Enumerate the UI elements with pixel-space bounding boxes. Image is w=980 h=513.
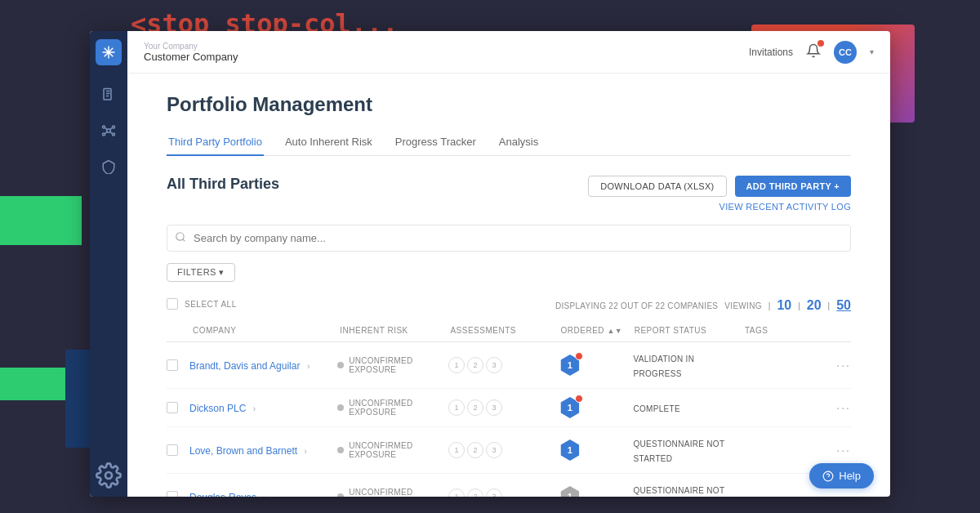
assess-badge-5[interactable]: 2 — [467, 399, 483, 416]
table-row: Brandt, Davis and Aguilar › UNCONFIRMEDE… — [167, 342, 851, 389]
tab-progress-tracker[interactable]: Progress Tracker — [394, 129, 478, 156]
ordered-hex-4: 1 — [559, 486, 581, 497]
assess-badge-6[interactable]: 3 — [486, 399, 502, 416]
assess-badge-3[interactable]: 3 — [486, 357, 502, 373]
svg-point-10 — [105, 472, 112, 479]
ordered-cell-3: 1 — [559, 439, 634, 461]
add-third-party-button[interactable]: ADD THIRD PARTY + — [735, 176, 851, 197]
row-checkbox-4[interactable] — [167, 491, 189, 497]
view-activity-link[interactable]: VIEW RECENT ACTIVITY LOG — [719, 202, 851, 212]
help-label: Help — [839, 470, 861, 482]
row-checkbox-1[interactable] — [167, 359, 189, 371]
company-name-link-2[interactable]: Dickson PLC — [189, 403, 246, 414]
assess-badge-11[interactable]: 2 — [467, 488, 483, 497]
risk-label-4: UNCONFIRMEDEXPOSURE — [349, 488, 412, 497]
more-actions-3[interactable]: ··· — [836, 444, 851, 457]
inherent-risk-cell-2: UNCONFIRMEDEXPOSURE — [337, 399, 448, 417]
sidebar-item-documents[interactable] — [96, 82, 122, 108]
sidebar-settings[interactable] — [96, 462, 122, 488]
svg-point-4 — [103, 133, 105, 136]
actions-cell-2[interactable]: ··· — [818, 400, 851, 415]
sidebar-item-shield[interactable] — [96, 154, 122, 180]
actions-cell-3[interactable]: ··· — [818, 443, 851, 457]
row-checkbox-3[interactable] — [167, 444, 189, 456]
col-ordered-header[interactable]: ORDERED ▲▼ — [561, 326, 635, 335]
more-actions-4[interactable]: ··· — [836, 490, 851, 497]
avatar-chevron-icon[interactable]: ▾ — [870, 47, 874, 56]
assessments-cell-1: 1 2 3 — [448, 357, 559, 373]
select-all-label: SELECT ALL — [185, 300, 237, 309]
viewing-divider-3: | — [828, 301, 831, 310]
invitations-link[interactable]: Invitations — [749, 47, 793, 58]
table-body: Brandt, Davis and Aguilar › UNCONFIRMEDE… — [167, 342, 851, 497]
risk-dot-4 — [337, 493, 344, 497]
actions-cell-4[interactable]: ··· — [818, 489, 851, 497]
search-icon — [175, 231, 186, 246]
risk-label-1: UNCONFIRMEDEXPOSURE — [349, 356, 412, 374]
help-button[interactable]: Help — [809, 463, 874, 488]
inherent-risk-cell-3: UNCONFIRMEDEXPOSURE — [337, 441, 448, 459]
assess-badge-2[interactable]: 2 — [467, 357, 483, 373]
ordered-cell-1: 1 — [559, 355, 634, 376]
tab-auto-inherent-risk[interactable]: Auto Inherent Risk — [283, 129, 374, 156]
more-actions-1[interactable]: ··· — [836, 359, 851, 372]
company-arrow-2: › — [253, 404, 256, 413]
viewing-20[interactable]: 20 — [807, 298, 822, 313]
assess-badge-4[interactable]: 1 — [448, 399, 465, 416]
assess-badge-12[interactable]: 3 — [486, 488, 502, 497]
company-arrow-3: › — [305, 447, 307, 456]
company-name: Customer Company — [144, 51, 749, 63]
sidebar-logo[interactable] — [96, 39, 122, 65]
risk-dot-3 — [337, 447, 344, 453]
section-title: All Third Parties — [167, 176, 588, 193]
col-inherent-header: INHERENT RISK — [340, 326, 450, 335]
tab-third-party-portfolio[interactable]: Third Party Portfolio — [167, 129, 264, 156]
risk-label-2: UNCONFIRMEDEXPOSURE — [349, 399, 412, 417]
download-data-button[interactable]: DOWNLOAD DATA (XLSX) — [588, 176, 726, 197]
col-company-header: COMPANY — [189, 326, 340, 335]
company-name-link-4[interactable]: Douglas-Reyes — [189, 492, 256, 497]
report-status-cell-2: COMPLETE — [634, 400, 745, 415]
row-checkbox-2[interactable] — [167, 402, 189, 413]
tab-analysis[interactable]: Analysis — [497, 129, 540, 156]
company-name-link-1[interactable]: Brandt, Davis and Aguilar — [189, 360, 300, 372]
assess-badge-9[interactable]: 3 — [486, 442, 502, 458]
viewing-50[interactable]: 50 — [836, 298, 851, 313]
user-avatar[interactable]: CC — [834, 41, 857, 64]
svg-line-6 — [105, 127, 108, 130]
assess-badge-7[interactable]: 1 — [448, 442, 465, 458]
ordered-cell-2: 1 — [559, 397, 634, 418]
displaying-text: DISPLAYING 22 OUT OF 22 COMPANIES — [555, 301, 718, 310]
svg-line-7 — [110, 127, 113, 130]
risk-dot-2 — [337, 404, 344, 411]
assessments-cell-2: 1 2 3 — [448, 399, 559, 416]
filters-button[interactable]: FILTERS ▾ — [167, 263, 235, 282]
shield-icon — [101, 159, 116, 174]
actions-cell-1[interactable]: ··· — [818, 358, 851, 372]
main-content: Your Company Customer Company Invitation… — [127, 31, 890, 497]
report-status-cell-3: QUESTIONNAIRE NOTSTARTED — [634, 435, 745, 465]
viewing-label: VIEWING — [724, 301, 761, 310]
page-title: Portfolio Management — [167, 93, 851, 116]
help-icon — [822, 471, 834, 482]
assess-badge-10[interactable]: 1 — [448, 488, 465, 497]
table-column-headers: COMPANY INHERENT RISK ASSESSMENTS ORDERE… — [167, 323, 851, 342]
search-input[interactable] — [167, 225, 851, 252]
bell-button[interactable] — [806, 43, 821, 61]
sidebar-item-network[interactable] — [96, 118, 122, 144]
select-all-checkbox[interactable] — [167, 298, 178, 310]
assess-badge-1[interactable]: 1 — [448, 357, 465, 373]
app-window: Your Company Customer Company Invitation… — [90, 31, 890, 497]
col-report-header: REPORT STATUS — [635, 326, 745, 335]
company-cell-1: Brandt, Davis and Aguilar › — [189, 358, 337, 372]
svg-point-11 — [176, 232, 184, 239]
svg-line-9 — [110, 132, 113, 134]
company-name-link-3[interactable]: Love, Brown and Barnett — [189, 445, 297, 457]
table-row: Love, Brown and Barnett › UNCONFIRMEDEXP… — [167, 427, 851, 474]
topbar: Your Company Customer Company Invitation… — [127, 31, 890, 74]
assess-badge-8[interactable]: 2 — [467, 442, 483, 458]
viewing-10[interactable]: 10 — [777, 298, 791, 313]
document-icon — [101, 87, 116, 102]
select-all-wrap: SELECT ALL — [167, 293, 237, 314]
more-actions-2[interactable]: ··· — [836, 401, 851, 414]
